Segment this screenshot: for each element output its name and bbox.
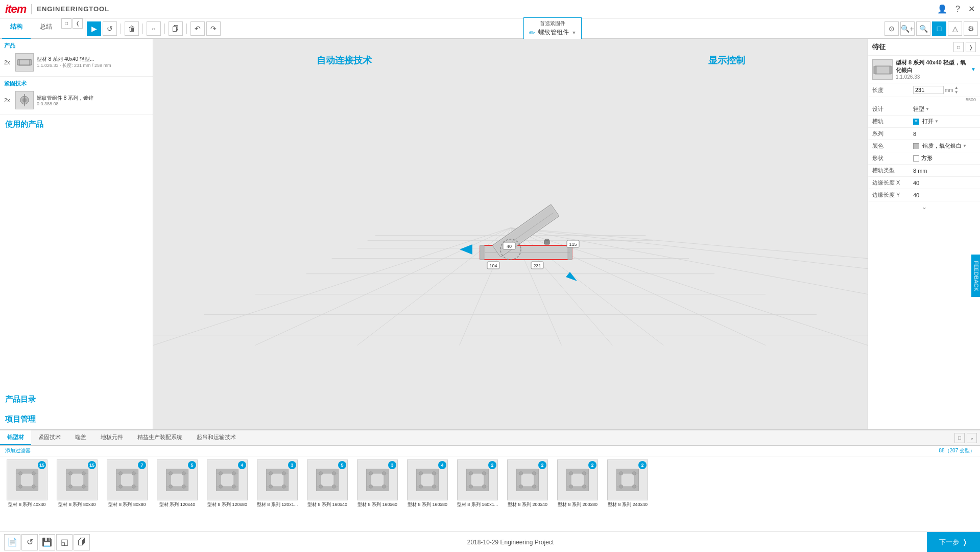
redo-button[interactable]: ↷ bbox=[206, 21, 221, 36]
color-swatch-icon bbox=[913, 143, 919, 149]
catalog-item[interactable]: 3 型材 8 系列 120x1... bbox=[254, 459, 300, 528]
catalog-tab-lifting[interactable]: 起吊和运输技术 bbox=[189, 430, 243, 445]
product-item-1[interactable]: 2x 型材 8 系列 40x40 轻型... 1.1.026.33 · 长度: … bbox=[4, 52, 149, 73]
paste-tool-button[interactable]: 🗍 bbox=[169, 21, 183, 36]
catalog-tab-fasteners[interactable]: 紧固技术 bbox=[31, 430, 68, 445]
copy-project-button[interactable]: 🗍 bbox=[74, 534, 90, 550]
view-mode-button[interactable]: □ bbox=[932, 21, 946, 36]
fastener-item-1[interactable]: 2x 螺纹管组件 8 系列，镀锌 0.0.388.08 bbox=[4, 89, 149, 111]
catalog-tab-lean[interactable]: 精益生产装配系统 bbox=[130, 430, 189, 445]
tab-summary[interactable]: 总结 bbox=[32, 18, 60, 39]
catalog-item[interactable]: 2 型材 8 系列 240x40 bbox=[605, 459, 651, 528]
catalog-item-thumb: 2 bbox=[507, 459, 548, 500]
feature-product-code: 1.1.026.33 bbox=[896, 74, 968, 80]
svg-point-170 bbox=[569, 485, 573, 488]
view-mode2-button[interactable]: △ bbox=[948, 21, 962, 36]
svg-point-178 bbox=[619, 472, 623, 475]
undo-button[interactable]: ↶ bbox=[190, 21, 205, 36]
feature-dropdown-icon[interactable]: ▼ bbox=[971, 66, 976, 72]
fastener-selected-value: 螺纹管组件 bbox=[538, 28, 569, 37]
catalog-badge: 2 bbox=[638, 461, 647, 469]
catalog-item[interactable]: 15 型材 8 系列 80x40 bbox=[54, 459, 100, 528]
open-project-button[interactable]: ↺ bbox=[21, 534, 38, 550]
save-project-button[interactable]: 💾 bbox=[39, 534, 55, 550]
svg-text:231: 231 bbox=[533, 263, 541, 268]
product-code-1: 1.1.026.33 · 长度: 231 mm / 259 mm bbox=[37, 62, 149, 69]
right-panel: 特征 □ ❭ 型材 8 系列 40x40 轻型，氧化银白 1.1.026.33 … bbox=[868, 39, 980, 429]
catalog-item[interactable]: 15 型材 8 系列 40x40 bbox=[4, 459, 50, 528]
prop-color-select[interactable]: 铝质，氧化银白 ▼ bbox=[913, 142, 967, 150]
feedback-tab[interactable]: FEEDBACK bbox=[971, 255, 980, 297]
copy-tool-button[interactable]: ↔ bbox=[147, 21, 161, 36]
new-project-button[interactable]: 📄 bbox=[4, 534, 20, 550]
catalog-item-label: 型材 8 系列 80x80 bbox=[108, 502, 146, 508]
svg-point-98 bbox=[219, 472, 223, 475]
catalog-collapse-icon[interactable]: ⌄ bbox=[967, 433, 977, 443]
catalog-tab-aluminum[interactable]: 铝型材 bbox=[0, 430, 31, 445]
fastener-value-row[interactable]: ✏ 螺纹管组件 ▼ bbox=[529, 28, 577, 37]
reset-tool-button[interactable]: ↺ bbox=[103, 21, 117, 36]
catalog-item[interactable]: 7 型材 8 系列 80x80 bbox=[104, 459, 150, 528]
tab-structure[interactable]: 结构 bbox=[2, 18, 31, 39]
prop-slot-value: 打开 bbox=[922, 118, 934, 125]
catalog-item[interactable]: 5 型材 系列 120x40 bbox=[154, 459, 200, 528]
zoom-in-button[interactable]: 🔍+ bbox=[900, 21, 915, 36]
feature-product-item[interactable]: 型材 8 系列 40x40 轻型，氧化银白 1.1.026.33 ▼ bbox=[868, 56, 980, 83]
svg-point-181 bbox=[632, 485, 636, 488]
next-step-arrow-icon: ❭ bbox=[962, 538, 968, 546]
prop-design-select[interactable]: 轻型 ▼ bbox=[913, 105, 929, 113]
fastener-info-1: 螺纹管组件 8 系列，镀锌 0.0.388.08 bbox=[37, 95, 149, 106]
delete-tool-button[interactable]: 🗑 bbox=[125, 21, 139, 36]
svg-point-130 bbox=[369, 485, 373, 488]
svg-point-159 bbox=[532, 472, 536, 475]
next-right-panel-button[interactable]: ❭ bbox=[966, 42, 976, 52]
catalog-item[interactable]: 4 型材 8 系列 160x80 bbox=[404, 459, 450, 528]
catalog-item[interactable]: 4 型材 8 系列 120x80 bbox=[204, 459, 250, 528]
close-icon[interactable]: ✕ bbox=[968, 4, 975, 14]
shape-checkbox-icon[interactable] bbox=[913, 155, 919, 162]
user-icon[interactable]: 👤 bbox=[937, 4, 947, 14]
svg-point-149 bbox=[482, 472, 486, 475]
prop-expand-button[interactable]: ⌄ bbox=[868, 201, 980, 213]
prop-slot[interactable]: 槽轨 ≡ 打开 ▼ bbox=[868, 116, 980, 128]
fastener-selector[interactable]: 首选紧固件 ✏ 螺纹管组件 ▼ bbox=[523, 17, 582, 39]
viewport[interactable]: 自动连接技术 显示控制 115 104 bbox=[153, 39, 868, 429]
catalog-item[interactable]: 2 型材 8 系列 200x40 bbox=[505, 459, 551, 528]
view-home-button[interactable]: ⊙ bbox=[885, 21, 899, 36]
svg-point-79 bbox=[132, 472, 135, 475]
select-tool-button[interactable]: ▶ bbox=[87, 21, 101, 36]
prop-color[interactable]: 颜色 铝质，氧化银白 ▼ bbox=[868, 140, 980, 152]
svg-point-171 bbox=[582, 485, 586, 488]
catalog-expand-icon[interactable]: □ bbox=[954, 433, 965, 443]
svg-point-58 bbox=[19, 472, 22, 475]
catalog-item[interactable]: 2 型材 8 系列 160x1... bbox=[455, 459, 500, 528]
prop-length-input[interactable] bbox=[913, 86, 944, 94]
fastener-dropdown-icon: ▼ bbox=[572, 30, 577, 35]
catalog-item[interactable]: 2 型材 8 系列 200x80 bbox=[555, 459, 601, 528]
catalog-item[interactable]: 3 型材 8 系列 160x60 bbox=[354, 459, 400, 528]
3d-export-button[interactable]: ◱ bbox=[56, 534, 73, 550]
svg-point-129 bbox=[382, 472, 386, 475]
zoom-out-button[interactable]: 🔍 bbox=[916, 21, 930, 36]
collapse-panel-icon[interactable]: ❬ bbox=[73, 18, 83, 29]
catalog-tab-endcaps[interactable]: 端盖 bbox=[68, 430, 93, 445]
settings-gear-button[interactable]: ⚙ bbox=[964, 21, 978, 36]
prop-length-arrow[interactable]: ▲▼ bbox=[954, 85, 959, 95]
next-step-button[interactable]: 下一步 ❭ bbox=[927, 532, 980, 553]
expand-right-panel-button[interactable]: □ bbox=[953, 42, 964, 52]
prop-design[interactable]: 设计 轻型 ▼ bbox=[868, 103, 980, 116]
catalog-badge: 15 bbox=[38, 461, 46, 469]
catalog-badge: 4 bbox=[238, 461, 246, 469]
catalog-filter-label[interactable]: 添加过滤器 bbox=[5, 447, 31, 454]
help-icon[interactable]: ? bbox=[955, 5, 960, 14]
catalog-tab-floor[interactable]: 地板元件 bbox=[93, 430, 130, 445]
catalog-item-thumb: 2 bbox=[557, 459, 598, 500]
fastener-name-1: 螺纹管组件 8 系列，镀锌 bbox=[37, 95, 149, 101]
catalog-item-thumb: 7 bbox=[107, 459, 148, 500]
prop-edge-x: 边缘长度 X 40 bbox=[868, 177, 980, 189]
slot-indicator-icon: ≡ bbox=[913, 119, 919, 125]
svg-rect-29 bbox=[480, 245, 484, 260]
prop-slot-select[interactable]: ≡ 打开 ▼ bbox=[913, 118, 939, 125]
catalog-item[interactable]: 5 型材 8 系列 160x40 bbox=[304, 459, 350, 528]
expand-panel-icon[interactable]: □ bbox=[61, 18, 71, 29]
